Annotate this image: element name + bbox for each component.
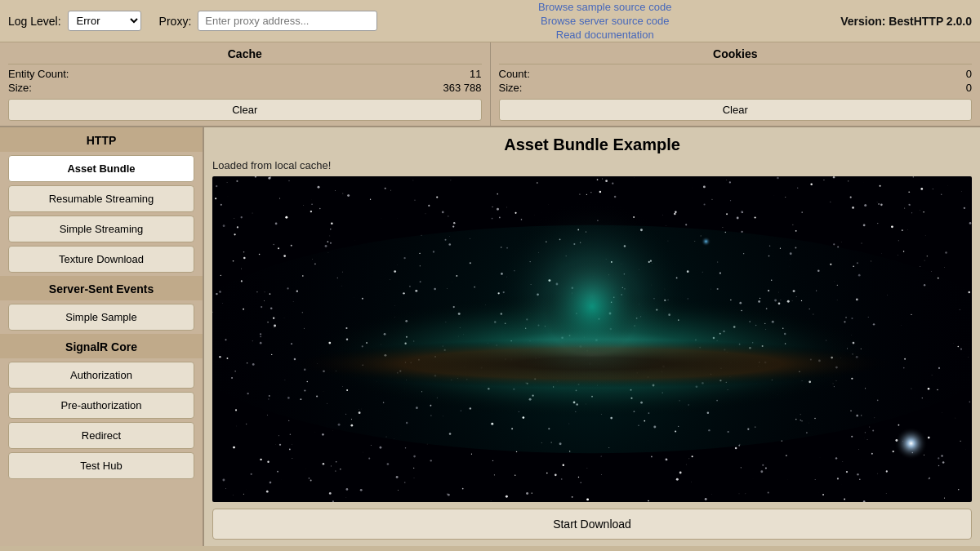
sidebar-item-test-hub[interactable]: Test Hub — [8, 452, 194, 479]
cookies-count-label: Count: — [499, 68, 530, 80]
read-docs-link[interactable]: Read documentation — [556, 29, 654, 41]
sidebar-item-authorization[interactable]: Authorization — [8, 362, 194, 389]
cookies-count-row: Count: 0 — [499, 68, 973, 80]
top-bar-links: Browse sample source code Browse server … — [377, 1, 832, 41]
log-level-label: Log Level: — [8, 15, 61, 28]
cache-panel: Cache Entity Count: 11 Size: 363 788 Cle… — [0, 42, 491, 126]
cookies-clear-button[interactable]: Clear — [499, 99, 973, 121]
sidebar: HTTP Asset Bundle Resumable Streaming Si… — [0, 127, 204, 546]
content-subtitle: Loaded from local cache! — [204, 159, 980, 176]
cache-size-value: 363 788 — [443, 82, 482, 94]
top-bar: Log Level: Error Verbose Warning Excepti… — [0, 0, 980, 42]
cookies-title: Cookies — [499, 47, 973, 64]
browse-server-link[interactable]: Browse server source code — [541, 15, 670, 27]
browse-sample-link[interactable]: Browse sample source code — [538, 1, 671, 13]
proxy-input[interactable] — [198, 11, 377, 31]
version-label: Version: BestHTTP 2.0.0 — [840, 15, 972, 28]
sidebar-item-simple-sample[interactable]: Simple Sample — [8, 304, 194, 331]
cache-clear-button[interactable]: Clear — [8, 99, 482, 121]
start-download-button[interactable]: Start Download — [212, 509, 972, 540]
sidebar-item-simple-streaming[interactable]: Simple Streaming — [8, 216, 194, 242]
cookies-size-label: Size: — [499, 82, 523, 94]
proxy-label: Proxy: — [159, 15, 192, 28]
sidebar-item-texture-download[interactable]: Texture Download — [8, 246, 194, 273]
content-title: Asset Bundle Example — [204, 127, 980, 159]
sidebar-item-resumable-streaming[interactable]: Resumable Streaming — [8, 185, 194, 212]
cache-size-label: Size: — [8, 82, 32, 94]
sidebar-signalr-title: SignalR Core — [0, 334, 203, 358]
cache-entity-value: 11 — [470, 68, 481, 80]
cache-size-row: Size: 363 788 — [8, 82, 482, 94]
info-bar: Cache Entity Count: 11 Size: 363 788 Cle… — [0, 42, 980, 127]
cache-entity-label: Entity Count: — [8, 68, 69, 80]
top-bar-left: Log Level: Error Verbose Warning Excepti… — [8, 11, 377, 31]
galaxy-canvas — [212, 176, 972, 502]
sidebar-sse-title: Server-Sent Events — [0, 276, 203, 300]
sidebar-item-pre-authorization[interactable]: Pre-authorization — [8, 392, 194, 419]
cookies-panel: Cookies Count: 0 Size: 0 Clear — [491, 42, 981, 126]
log-level-select[interactable]: Error Verbose Warning Exception — [68, 11, 141, 31]
main-area: HTTP Asset Bundle Resumable Streaming Si… — [0, 127, 980, 546]
cookies-size-row: Size: 0 — [499, 82, 973, 94]
galaxy-image-container — [212, 176, 972, 502]
cookies-size-value: 0 — [966, 82, 972, 94]
cache-title: Cache — [8, 47, 482, 64]
cache-entity-row: Entity Count: 11 — [8, 68, 482, 80]
sidebar-item-redirect[interactable]: Redirect — [8, 422, 194, 449]
sidebar-http-title: HTTP — [0, 127, 203, 152]
cookies-count-value: 0 — [966, 68, 972, 80]
sidebar-item-asset-bundle[interactable]: Asset Bundle — [8, 155, 194, 182]
content-area: Asset Bundle Example Loaded from local c… — [204, 127, 980, 546]
